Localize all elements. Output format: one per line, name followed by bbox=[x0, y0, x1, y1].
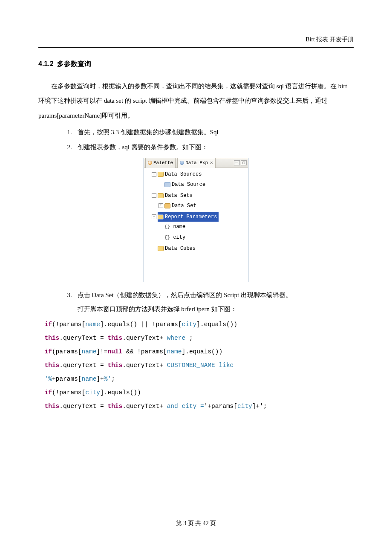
tree-node-report-parameters[interactable]: -Report Parameters {} name {} city bbox=[152, 212, 247, 243]
code-text: .queryText = bbox=[59, 335, 107, 341]
code-text: '+params[ bbox=[204, 403, 237, 410]
cube-icon bbox=[158, 246, 164, 251]
code-text: .queryText = bbox=[59, 403, 107, 410]
list-subtext: 打开脚本窗口顶部的方法列表并选择 brferOpern 如下图： bbox=[78, 302, 354, 316]
tree-node-data-cubes[interactable]: Data Cubes bbox=[152, 243, 247, 254]
numbered-list: 1.首先，按照 3.3 创建数据集的步骤创建数据集。Sql 2.创建报表参数，s… bbox=[67, 125, 354, 154]
code-text: .queryText+ bbox=[122, 362, 167, 369]
param: city bbox=[85, 389, 100, 396]
keyword: if bbox=[45, 389, 52, 396]
page-footer: 第 3 页 共 42 页 bbox=[0, 518, 392, 529]
keyword: this bbox=[107, 403, 122, 410]
collapse-icon[interactable]: - bbox=[152, 172, 156, 177]
code-text: ; bbox=[263, 403, 267, 410]
code-line: this.queryText = this.queryText+ and cit… bbox=[45, 400, 354, 413]
code-text: (params[ bbox=[52, 348, 82, 355]
code-line: '%+params[name]+%'; bbox=[45, 373, 354, 386]
keyword: this bbox=[107, 335, 122, 341]
tab-data-exp[interactable]: Data Exp ✕ bbox=[177, 158, 215, 168]
tab-palette[interactable]: Palette bbox=[145, 158, 176, 168]
string: and city = bbox=[163, 403, 204, 410]
keyword: this bbox=[45, 403, 60, 410]
param: name bbox=[85, 321, 100, 328]
list-item: 1.首先，按照 3.3 创建数据集的步骤创建数据集。Sql bbox=[67, 125, 354, 139]
list-number: 3. bbox=[67, 288, 78, 302]
intro-paragraph: 在多参数查询时，根据输入的参数不同，查询出不同的结果集，这就需要对查询 sql … bbox=[38, 79, 354, 123]
tab-label: Data Exp bbox=[185, 159, 208, 168]
code-line: this.queryText = this.queryText+ where ; bbox=[45, 332, 354, 345]
tree-node-data-set[interactable]: +Data Set bbox=[159, 201, 247, 211]
string: where bbox=[163, 335, 189, 341]
list-number: 1. bbox=[67, 125, 78, 139]
section-name: 多参数查询 bbox=[57, 60, 91, 67]
page-number: 第 3 页 共 42 页 bbox=[176, 520, 216, 526]
tree-label: Report Parameters bbox=[165, 214, 217, 220]
code-text: (!params[ bbox=[52, 321, 85, 328]
string: %' bbox=[104, 376, 111, 382]
tree-label: Data Cubes bbox=[165, 246, 196, 251]
brace-icon: {} bbox=[164, 224, 170, 229]
tab-label: Palette bbox=[153, 159, 173, 168]
tree-label: Data Sets bbox=[165, 193, 193, 199]
tree-label: Data Source bbox=[172, 182, 205, 188]
tree-node-param-city[interactable]: {} city bbox=[159, 232, 247, 243]
code-text: .queryText+ bbox=[122, 403, 163, 410]
code-text: && !params[ bbox=[122, 348, 167, 355]
panel-tabbar: Palette Data Exp ✕ ▭ ▢ bbox=[144, 158, 248, 168]
tree-node-param-name[interactable]: {} name bbox=[159, 222, 247, 232]
folder-icon bbox=[158, 214, 164, 220]
folder-icon bbox=[158, 193, 164, 198]
section-number: 4.1.2 bbox=[38, 60, 54, 67]
keyword: if bbox=[45, 348, 52, 355]
minimize-icon[interactable]: ▭ bbox=[234, 160, 240, 165]
code-text: ].equals() || !params[ bbox=[100, 321, 182, 328]
param: city bbox=[237, 403, 252, 410]
tree-node-data-sources[interactable]: -Data Sources Data Source bbox=[152, 169, 247, 191]
keyword: null bbox=[107, 348, 122, 355]
param: city bbox=[182, 321, 196, 328]
keyword: this bbox=[45, 335, 60, 341]
code-text: ; bbox=[111, 376, 115, 382]
param: name bbox=[167, 348, 182, 355]
list-text: 创建报表参数，sql 需要的条件参数。如下图： bbox=[78, 144, 208, 150]
code-text: ]+' bbox=[252, 403, 263, 410]
code-line: if(!params[city].equals()) bbox=[45, 386, 354, 400]
code-line: this.queryText = this.queryText+ CUSTOME… bbox=[45, 359, 354, 373]
code-line: if(params[name]!=null && !params[name].e… bbox=[45, 345, 354, 359]
page-header: Birt 报表 开发手册 bbox=[38, 34, 354, 48]
list-number: 2. bbox=[67, 140, 78, 154]
collapse-icon[interactable]: - bbox=[152, 214, 156, 219]
param: name bbox=[82, 376, 97, 382]
expand-icon[interactable]: + bbox=[159, 203, 163, 208]
string: '% bbox=[45, 376, 52, 382]
tree-label: name bbox=[173, 224, 185, 230]
tree-label: Data Set bbox=[172, 203, 196, 209]
collapse-icon[interactable]: - bbox=[152, 193, 156, 198]
maximize-icon[interactable]: ▢ bbox=[241, 160, 247, 165]
datasource-icon bbox=[164, 182, 170, 187]
code-text: ]!= bbox=[96, 348, 107, 355]
data-icon bbox=[180, 161, 184, 165]
code-line: if(!params[name].equals() || !params[cit… bbox=[45, 318, 354, 332]
palette-icon bbox=[148, 161, 152, 165]
code-text: ]+ bbox=[96, 376, 104, 382]
data-explorer-panel: Palette Data Exp ✕ ▭ ▢ -Data Sources Dat… bbox=[144, 158, 248, 282]
brace-icon: {} bbox=[164, 235, 170, 240]
code-text: (!params[ bbox=[52, 389, 85, 396]
header-title: Birt 报表 开发手册 bbox=[306, 36, 354, 43]
param: name bbox=[82, 348, 97, 355]
code-text: ].equals()) bbox=[100, 389, 141, 396]
code-text: .queryText = bbox=[59, 362, 107, 369]
keyword: this bbox=[45, 362, 60, 369]
keyword: this bbox=[107, 362, 122, 369]
list-item: 3.点击 Data Set（创建的数据集），然后点击编辑区的 Script 出现… bbox=[67, 288, 354, 316]
list-text: 首先，按照 3.3 创建数据集的步骤创建数据集。Sql bbox=[78, 129, 219, 136]
tree-view: -Data Sources Data Source -Data Sets +Da… bbox=[144, 168, 248, 282]
close-icon[interactable]: ✕ bbox=[210, 159, 213, 168]
code-text: +params[ bbox=[52, 376, 82, 382]
string: CUSTOMER_NAME like bbox=[167, 362, 234, 369]
tree-node-data-source[interactable]: Data Source bbox=[159, 179, 247, 190]
tree-node-data-sets[interactable]: -Data Sets +Data Set bbox=[152, 191, 247, 212]
code-text: ].equals()) bbox=[196, 321, 237, 328]
section-title: 4.1.2 多参数查询 bbox=[38, 58, 354, 70]
